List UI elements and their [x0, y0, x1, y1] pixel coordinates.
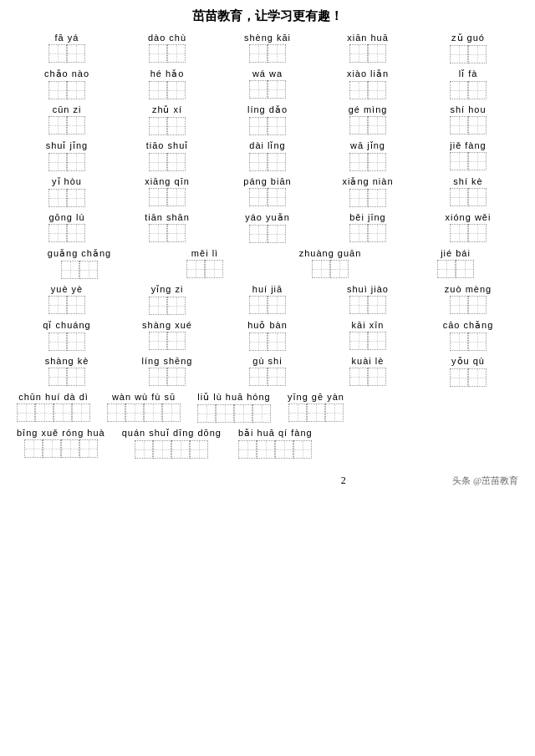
character-box	[307, 403, 325, 422]
character-box	[249, 117, 268, 135]
word-group: shí kè	[418, 176, 518, 206]
character-box	[197, 404, 216, 423]
pinyin-label: qǐ chuáng	[43, 320, 90, 331]
word-row: fā yádào chùshèng kāixiān huāzǔ guó	[17, 33, 518, 63]
character-box	[167, 188, 186, 206]
character-box	[167, 297, 186, 315]
pinyin-label: kāi xīn	[352, 320, 385, 330]
box-container	[349, 153, 386, 171]
pinyin-label: cūn zi	[53, 104, 82, 114]
pinyin-label: shàng kè	[45, 356, 89, 366]
pinyin-label: tiāo shuǐ	[146, 140, 189, 151]
box-container	[24, 439, 98, 458]
character-box	[24, 439, 43, 458]
pinyin-label: xiào liǎn	[347, 68, 389, 79]
character-box	[35, 403, 54, 422]
character-box	[275, 440, 293, 459]
character-box	[171, 440, 190, 459]
character-box	[167, 81, 186, 99]
character-box	[268, 188, 286, 206]
box-container	[249, 153, 286, 171]
header: 茁苗教育，让学习更有趣！	[17, 8, 518, 24]
word-group: shàng xué	[117, 320, 217, 350]
character-box	[67, 44, 85, 63]
character-box	[135, 440, 153, 459]
box-container	[450, 152, 487, 170]
word-group: wàn wù fù sū	[107, 392, 181, 423]
character-box	[450, 332, 468, 351]
character-box	[238, 440, 257, 459]
box-container	[197, 404, 271, 423]
box-container	[149, 117, 186, 135]
character-box	[249, 44, 268, 63]
pinyin-label: huǒ bàn	[247, 320, 288, 331]
box-container	[48, 296, 85, 314]
word-group: tiāo shuǐ	[117, 140, 217, 171]
box-container	[450, 224, 487, 242]
character-box	[249, 80, 268, 99]
character-box	[61, 261, 79, 279]
character-box	[67, 153, 85, 171]
character-box	[61, 439, 79, 458]
pinyin-label: shuǐ jǐng	[46, 140, 88, 151]
box-container	[149, 332, 186, 350]
pinyin-label: liǔ lù huā hóng	[197, 392, 270, 403]
pinyin-label: hé hǎo	[150, 68, 185, 79]
word-group: wá wa	[217, 68, 318, 99]
box-container	[349, 116, 386, 134]
word-group: chūn huí dà dì	[17, 392, 90, 423]
character-box	[450, 296, 468, 314]
character-box	[167, 117, 186, 135]
grid-section: fā yádào chùshèng kāixiān huāzǔ guóchǎo …	[17, 33, 518, 462]
page-number: 2	[235, 474, 453, 487]
pinyin-label: yǐ hòu	[52, 176, 82, 187]
character-box	[167, 224, 186, 242]
pinyin-label: chūn huí dà dì	[18, 392, 89, 402]
box-container	[249, 44, 286, 63]
character-box	[249, 153, 268, 171]
word-row: cūn zizhǔ xílíng dǎogé mìngshí hou	[17, 104, 518, 135]
box-container	[450, 116, 487, 134]
box-container	[437, 260, 474, 278]
pinyin-label: chǎo nào	[44, 68, 89, 79]
character-box	[48, 368, 67, 386]
pinyin-label: zǔ guó	[451, 33, 485, 43]
character-box	[167, 44, 186, 63]
word-row: yǐ hòuxiāng qīnpáng biānxiǎng niànshí kè	[17, 176, 518, 207]
long-word-row: bīng xuě róng huàquán shuǐ dīng dōngbǎi …	[17, 428, 518, 459]
box-container	[450, 188, 487, 206]
character-box	[48, 44, 67, 63]
character-box	[67, 224, 85, 242]
pinyin-label: gé mìng	[349, 104, 388, 114]
box-container	[17, 403, 90, 422]
character-box	[79, 261, 98, 279]
word-group: yǐ hòu	[17, 176, 117, 207]
character-box	[167, 332, 186, 350]
character-box	[67, 116, 85, 134]
word-group: jié bái	[393, 248, 518, 278]
character-box	[149, 297, 167, 315]
character-box	[149, 368, 167, 386]
word-group: cūn zi	[17, 104, 117, 134]
character-box	[252, 404, 271, 423]
pinyin-label: wá wa	[252, 68, 283, 79]
character-box	[167, 153, 186, 171]
word-group: jiě fàng	[418, 140, 518, 170]
word-group: gé mìng	[318, 104, 418, 134]
word-group: qǐ chuáng	[17, 320, 117, 351]
character-box	[349, 368, 368, 386]
box-container	[349, 224, 386, 242]
word-group: quán shuǐ dīng dōng	[122, 428, 222, 459]
pinyin-label: tiān shān	[145, 212, 190, 222]
character-box	[249, 296, 268, 314]
long-word-row: chūn huí dà dìwàn wù fù sūliǔ lù huā hón…	[17, 392, 518, 423]
character-box	[149, 224, 167, 242]
box-container	[450, 296, 487, 314]
box-container	[349, 189, 386, 207]
pinyin-label: páng biān	[243, 176, 291, 186]
box-container	[107, 403, 181, 422]
character-box	[48, 296, 67, 314]
box-container	[349, 332, 386, 350]
box-container	[349, 44, 386, 63]
word-group: xiǎng niàn	[318, 176, 418, 207]
